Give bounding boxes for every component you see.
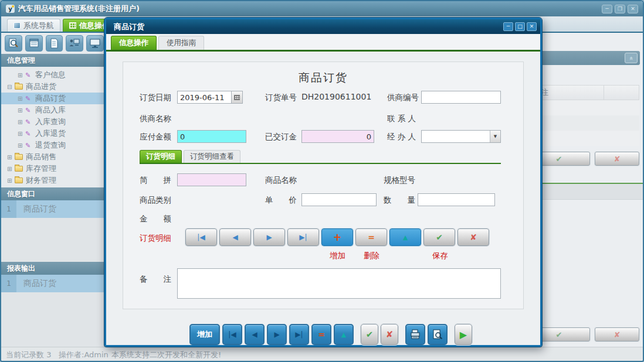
amount-label: 金 额 [140, 214, 171, 224]
nav-prev-button[interactable]: ◀ [245, 324, 265, 345]
pinyin-input[interactable] [177, 173, 246, 186]
expand-icon[interactable]: ⊞ [18, 107, 25, 114]
detail-save-button[interactable]: ✔ [423, 228, 455, 246]
tree-label: 客户信息 [35, 70, 66, 80]
cancel-record-button[interactable]: ✘ [381, 324, 398, 345]
expand-icon[interactable]: ⊞ [18, 95, 25, 102]
tab-info-operation[interactable]: 信息操作 [111, 36, 157, 50]
nav-next-button[interactable]: ▶ [267, 324, 287, 345]
tab-user-guide[interactable]: 使用指南 [158, 36, 204, 50]
dialog-close-button[interactable]: ✕ [527, 22, 537, 31]
print-button[interactable] [405, 324, 425, 345]
cross-icon: ✘ [386, 329, 394, 340]
status-message: 本系统支持二次开发和全新开发! [111, 350, 221, 360]
deposit-input[interactable] [301, 130, 374, 143]
grid-column-extra[interactable] [604, 85, 639, 100]
form-heading: 商品订货 [123, 70, 523, 86]
tree-item-inbound-query[interactable]: ⊞ ✎ 入库查询 [1, 116, 104, 128]
tab-order-detail[interactable]: 订货明细 [140, 150, 182, 163]
tree-label: 库存管理 [26, 163, 56, 174]
expand-icon[interactable]: ⊞ [7, 166, 15, 172]
edit-icon: ▲ [341, 331, 346, 339]
nav-last-button[interactable]: ▶| [289, 324, 309, 345]
dialog-minimize-button[interactable]: ─ [503, 22, 513, 31]
report-output-list: 1 商品订货 [1, 275, 104, 348]
run-report-button[interactable]: ▶ [455, 324, 472, 345]
dialog-maximize-button[interactable]: □ [515, 22, 525, 31]
add-record-button[interactable]: 增加 [189, 324, 220, 345]
detail-cancel-button[interactable]: ✘ [457, 228, 489, 246]
nav-prev-button[interactable]: ◀ [219, 228, 251, 246]
tree-item-finance-mgmt[interactable]: ⊞ 财务管理 [1, 175, 104, 186]
monitor-tool-button[interactable] [86, 35, 104, 52]
expand-icon[interactable]: ⊞ [7, 154, 15, 160]
supplier-code-input[interactable] [421, 91, 501, 104]
collapse-panel-button[interactable]: « [625, 53, 638, 63]
collapse-icon[interactable]: ⊟ [7, 84, 15, 90]
expand-icon[interactable]: ⊞ [7, 177, 15, 184]
tree-item-goods-sales[interactable]: ⊞ 商品销售 [1, 151, 104, 163]
tree-item-return-query[interactable]: ⊞ ✎ 退货查询 [1, 139, 104, 151]
detail-delete-button[interactable]: = [355, 228, 387, 246]
grid-action-buttons-top: ✔ ✘ [528, 152, 639, 166]
check-icon: ✔ [555, 155, 562, 163]
document-tool-button[interactable] [46, 35, 63, 52]
delete-record-button[interactable]: = [311, 324, 331, 345]
expand-icon[interactable]: ⊞ [18, 142, 25, 149]
quantity-input[interactable] [418, 193, 495, 206]
operator-tool-button[interactable] [66, 35, 83, 52]
last-record-icon: ▶| [299, 233, 307, 241]
tree-label: 退货查询 [35, 140, 66, 151]
close-button[interactable]: ✕ [628, 5, 638, 13]
expand-icon[interactable]: ⊞ [18, 72, 25, 78]
folder-icon [15, 154, 23, 160]
tree-label: 商品进货 [26, 81, 56, 92]
nav-first-button[interactable]: |◀ [185, 228, 217, 246]
minimize-button[interactable]: ─ [602, 5, 612, 13]
tree-item-inventory-mgmt[interactable]: ⊞ 库存管理 [1, 163, 104, 175]
sidebar-header-info-window: 信息窗口 [1, 187, 104, 200]
info-window-item[interactable]: 1 商品订货 [1, 200, 104, 218]
detail-edit-button[interactable]: ▲ [389, 228, 421, 246]
calendar-button[interactable] [231, 91, 243, 104]
restore-button[interactable]: ❐ [615, 5, 625, 13]
cross-icon: ✘ [470, 233, 477, 242]
tree-item-goods-purchase[interactable]: ⊟ 商品进货 [1, 81, 104, 93]
tool-icon: ✎ [25, 107, 32, 114]
nav-first-button[interactable]: |◀ [222, 324, 242, 345]
order-date-input[interactable] [177, 91, 231, 104]
print-preview-button[interactable] [428, 324, 448, 345]
dropdown-arrow-icon[interactable]: ▼ [490, 131, 500, 142]
tree-item-inbound-return[interactable]: ⊞ ✎ 入库退货 [1, 128, 104, 139]
handler-select-value [422, 131, 490, 142]
grid-empty-rows [528, 100, 639, 146]
tree-item-goods-inbound[interactable]: ⊞ ✎ 商品入库 [1, 104, 104, 116]
tree-item-customer-info[interactable]: ⊞ ✎ 客户信息 [1, 69, 104, 81]
preview-tool-button[interactable] [5, 35, 22, 52]
tab-system-nav[interactable]: 系统导航 [7, 19, 60, 32]
post-record-button[interactable]: ✔ [361, 324, 378, 345]
tab-order-detail-view[interactable]: 订货明细查看 [184, 150, 240, 163]
check-icon: ✔ [366, 329, 374, 340]
detail-add-button[interactable]: + [321, 228, 353, 246]
category-label: 商品类别 [140, 195, 171, 206]
form-tool-button[interactable] [25, 35, 43, 52]
dialog-window-controls: ─ □ ✕ [503, 22, 537, 31]
cancel-button[interactable]: ✘ [595, 327, 639, 341]
tool-icon: ✎ [25, 118, 32, 126]
unit-price-input[interactable] [301, 193, 377, 206]
order-no-value: DH20190611001 [301, 92, 371, 101]
report-output-item[interactable]: 1 商品订货 [1, 275, 104, 292]
edit-record-button[interactable]: ▲ [334, 324, 354, 345]
payable-amount-input[interactable] [177, 130, 246, 143]
list-item-index: 1 [1, 200, 16, 218]
expand-icon[interactable]: ⊞ [18, 119, 25, 125]
cancel-button[interactable]: ✘ [595, 152, 639, 166]
remark-textarea[interactable] [177, 268, 501, 299]
nav-last-button[interactable]: ▶| [287, 228, 319, 246]
print-preview-icon [432, 329, 443, 340]
expand-icon[interactable]: ⊞ [18, 131, 25, 137]
tree-item-goods-order[interactable]: ⊞ ✎ 商品订货 [1, 93, 104, 104]
nav-next-button[interactable]: ▶ [253, 228, 285, 246]
handler-select[interactable]: ▼ [421, 130, 501, 143]
